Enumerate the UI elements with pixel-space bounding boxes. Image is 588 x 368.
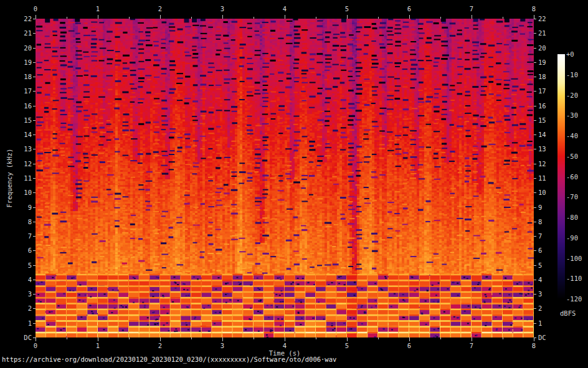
freq-tick-mark: [33, 294, 36, 295]
frequency-axis-title: Frequency (kHz): [6, 149, 13, 208]
time-tick-label: 6: [407, 342, 411, 349]
freq-tick-mark: [33, 280, 36, 280]
time-minor-tick-mark: [440, 337, 441, 339]
time-tick-mark: [409, 15, 410, 19]
time-tick-label: 3: [220, 342, 224, 349]
colorbar-tick-label: -70: [566, 193, 578, 201]
time-tick-label: 1: [96, 342, 100, 349]
time-tick-mark: [98, 337, 98, 341]
freq-tick-mark: [33, 222, 36, 222]
freq-tick-label: 5: [7, 262, 32, 269]
freq-tick-mark: [33, 149, 36, 149]
colorbar-tick-label: -90: [566, 234, 578, 242]
time-tick-mark: [472, 337, 472, 341]
freq-tick-label: 20: [538, 44, 546, 52]
freq-tick-mark: [33, 192, 36, 193]
time-minor-tick-mark: [503, 337, 503, 339]
freq-tick-mark: [33, 77, 36, 77]
freq-tick-mark: [33, 19, 36, 19]
freq-tick-mark: [33, 337, 36, 338]
freq-tick-label: 11: [538, 174, 546, 182]
freq-tick-label: 4: [7, 276, 32, 283]
footer-url: https://archive·org/download/20230120_20…: [2, 356, 336, 363]
freq-tick-label: 18: [7, 73, 32, 80]
freq-tick-label: 18: [538, 73, 546, 80]
freq-tick-label: 5: [538, 262, 542, 269]
time-tick-label: 2: [158, 342, 162, 349]
time-minor-tick-mark: [378, 337, 379, 339]
freq-tick-mark: [534, 280, 536, 280]
freq-tick-mark: [534, 178, 536, 179]
freq-tick-mark: [534, 77, 536, 77]
time-tick-label: 2: [158, 5, 162, 12]
time-tick-mark: [222, 337, 223, 341]
freq-tick-label: 12: [538, 160, 546, 167]
time-tick-label: 5: [345, 5, 349, 12]
freq-tick-label: 16: [7, 102, 32, 110]
freq-tick-label: 7: [7, 232, 32, 240]
freq-tick-label: 21: [7, 29, 32, 37]
freq-tick-label: 19: [538, 59, 546, 66]
freq-tick-label: DC: [7, 334, 32, 341]
freq-tick-label: 2: [7, 304, 32, 312]
colorbar-tick-label: +0: [566, 50, 574, 58]
freq-tick-label: 15: [538, 116, 546, 124]
time-minor-tick-mark: [503, 17, 503, 19]
freq-tick-mark: [534, 236, 536, 237]
freq-tick-mark: [534, 250, 536, 251]
time-tick-mark: [36, 15, 36, 19]
colorbar-tick-label: -80: [566, 214, 578, 221]
freq-tick-label: 20: [7, 44, 32, 52]
freq-tick-label: 7: [538, 232, 542, 240]
freq-tick-label: 9: [538, 204, 542, 211]
freq-tick-mark: [534, 106, 536, 106]
colorbar-tick-label: -100: [566, 255, 582, 262]
colorbar-tick-label: -60: [566, 173, 578, 181]
freq-tick-mark: [534, 62, 536, 63]
colorbar-tick-label: -20: [566, 92, 578, 99]
freq-tick-label: 15: [7, 116, 32, 124]
freq-tick-mark: [534, 337, 536, 338]
time-minor-tick-mark: [67, 17, 67, 19]
time-tick-mark: [472, 15, 472, 19]
freq-tick-label: 1: [7, 319, 32, 327]
time-tick-label: 6: [407, 5, 411, 12]
time-minor-tick-mark: [191, 337, 192, 339]
colorbar-tick-label: -120: [566, 295, 582, 303]
freq-tick-label: DC: [538, 334, 546, 341]
freq-tick-mark: [534, 91, 536, 92]
freq-tick-mark: [33, 33, 36, 34]
time-tick-label: 1: [96, 5, 100, 12]
time-minor-tick-mark: [254, 17, 254, 19]
freq-tick-mark: [33, 48, 36, 49]
time-tick-label: 4: [283, 342, 287, 349]
freq-tick-label: 14: [538, 131, 546, 138]
colorbar-tick-label: -50: [566, 153, 578, 160]
freq-tick-label: 1: [538, 319, 542, 327]
time-tick-label: 3: [220, 5, 224, 12]
freq-tick-mark: [534, 294, 536, 295]
time-tick-mark: [347, 15, 348, 19]
time-minor-tick-mark: [129, 337, 130, 339]
freq-tick-label: 19: [7, 59, 32, 66]
freq-tick-mark: [33, 62, 36, 63]
freq-tick-mark: [33, 178, 36, 179]
time-tick-label: 8: [532, 5, 536, 12]
time-tick-label: 7: [470, 342, 473, 349]
time-tick-mark: [160, 15, 161, 19]
freq-tick-mark: [534, 222, 536, 222]
freq-tick-label: 13: [538, 145, 546, 153]
freq-tick-mark: [33, 308, 36, 309]
time-minor-tick-mark: [254, 337, 254, 339]
time-tick-mark: [160, 337, 161, 341]
time-tick-mark: [285, 15, 285, 19]
freq-tick-mark: [534, 48, 536, 49]
time-tick-label: 8: [532, 342, 536, 349]
time-tick-mark: [285, 337, 285, 341]
freq-tick-mark: [534, 19, 536, 19]
time-tick-mark: [98, 15, 98, 19]
freq-tick-mark: [33, 265, 36, 266]
freq-tick-label: 16: [538, 102, 546, 110]
freq-tick-mark: [534, 207, 536, 208]
freq-tick-mark: [534, 33, 536, 34]
